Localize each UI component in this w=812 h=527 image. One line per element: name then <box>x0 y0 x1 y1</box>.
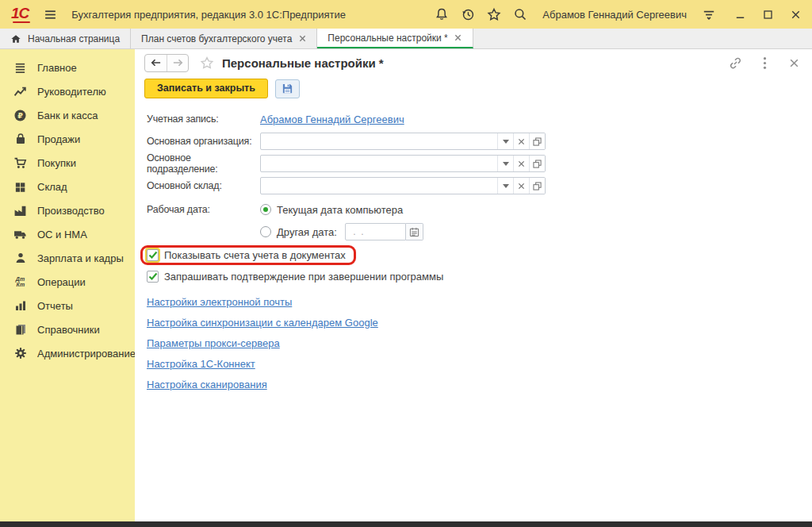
search-icon[interactable] <box>513 7 527 21</box>
main-department-field[interactable] <box>260 155 546 172</box>
tab-bar: Начальная страница План счетов бухгалтер… <box>0 29 812 49</box>
sidebar-item-label: Зарплата и кадры <box>37 252 124 264</box>
sidebar-item-directories[interactable]: Справочники <box>0 317 135 341</box>
clear-icon[interactable] <box>513 156 529 171</box>
main-organization-value[interactable] <box>261 133 497 149</box>
confirm-exit-checkbox-row[interactable]: Запрашивать подтверждение при завершении… <box>140 267 454 287</box>
sections-icon <box>13 61 27 75</box>
sidebar-item-fixed-assets[interactable]: ОС и НМА <box>0 222 135 246</box>
save-button[interactable] <box>275 79 300 98</box>
command-bar: Записать и закрыть <box>135 76 812 103</box>
sidebar-item-main[interactable]: Главное <box>0 56 135 79</box>
sidebar-item-salary-hr[interactable]: Зарплата и кадры <box>0 246 135 270</box>
tab-close-icon[interactable] <box>298 35 306 43</box>
main-department-value[interactable] <box>261 156 497 171</box>
radio-other-date-label: Другая дата: <box>277 226 345 238</box>
back-icon[interactable] <box>145 55 167 71</box>
clear-icon[interactable] <box>513 178 529 194</box>
favorite-star-icon[interactable] <box>200 56 214 70</box>
sidebar-item-label: Справочники <box>37 324 100 336</box>
main-menu-icon[interactable] <box>43 7 57 21</box>
person-icon <box>13 252 27 265</box>
window-controls <box>733 7 802 21</box>
link-icon[interactable] <box>728 56 742 70</box>
work-date-label: Рабочая дата: <box>147 204 260 215</box>
tab-home[interactable]: Начальная страница <box>0 29 131 48</box>
sidebar-item-sales[interactable]: Продажи <box>0 127 135 151</box>
show-accounts-checkbox-row[interactable]: Показывать счета учета в документах <box>140 245 356 265</box>
app-title: Бухгалтерия предприятия, редакция 3.0 1С… <box>71 9 346 21</box>
main-organization-label: Основная организация: <box>147 136 260 147</box>
minimize-icon[interactable] <box>733 7 747 21</box>
other-date-input[interactable] <box>345 223 406 240</box>
sidebar-item-label: Руководителю <box>37 86 106 98</box>
radio-current-date[interactable] <box>260 204 271 215</box>
tab-personal-settings[interactable]: Персональные настройки * <box>317 29 473 48</box>
open-icon[interactable] <box>529 178 545 194</box>
dropdown-icon[interactable] <box>497 133 513 149</box>
email-settings-link[interactable]: Настройки электронной почты <box>147 296 292 308</box>
close-form-icon[interactable] <box>787 56 801 70</box>
tab-label: Начальная страница <box>28 33 120 44</box>
proxy-settings-link[interactable]: Параметры прокси-сервера <box>147 337 280 349</box>
tab-chart-of-accounts[interactable]: План счетов бухгалтерского учета <box>131 29 317 48</box>
account-row: Учетная запись: Абрамов Геннадий Сергеев… <box>147 108 812 130</box>
tab-close-icon[interactable] <box>454 34 462 42</box>
sidebar-item-administration[interactable]: Администрирование <box>0 341 135 365</box>
account-link[interactable]: Абрамов Геннадий Сергеевич <box>260 113 404 125</box>
sidebar-item-manager[interactable]: Руководителю <box>0 79 135 103</box>
sidebar-item-reports[interactable]: Отчеты <box>0 294 135 317</box>
sidebar-item-label: Продажи <box>37 133 80 145</box>
dropdown-icon[interactable] <box>497 156 513 171</box>
sidebar-item-production[interactable]: Производство <box>0 198 135 222</box>
sidebar-item-warehouse[interactable]: Склад <box>0 175 135 198</box>
trend-icon <box>13 85 27 98</box>
section-sidebar: Главное Руководителю ₽ Банк и касса Прод… <box>0 49 135 521</box>
sidebar-item-bank-cash[interactable]: ₽ Банк и касса <box>0 103 135 127</box>
dropdown-icon[interactable] <box>497 178 513 194</box>
service-menu-icon[interactable] <box>702 7 716 21</box>
other-date-row: Другая дата: <box>147 221 812 243</box>
dtkt-icon: ДтКт <box>13 275 27 289</box>
main-warehouse-value[interactable] <box>261 178 497 194</box>
sidebar-item-purchases[interactable]: Покупки <box>0 151 135 175</box>
forward-icon[interactable] <box>167 55 188 71</box>
work-date-row: Рабочая дата: Текущая дата компьютера <box>147 198 812 221</box>
tab-label: План счетов бухгалтерского учета <box>141 33 292 44</box>
show-accounts-checkbox[interactable] <box>147 249 159 261</box>
cart-icon <box>13 156 27 170</box>
books-icon <box>13 323 27 337</box>
warehouse-icon <box>13 180 27 194</box>
save-and-close-button[interactable]: Записать и закрыть <box>144 79 268 98</box>
main-organization-field[interactable] <box>260 133 546 150</box>
sidebar-item-label: Производство <box>37 205 105 217</box>
main-warehouse-field[interactable] <box>260 177 546 194</box>
navigation-buttons <box>144 54 189 72</box>
form-header: Персональные настройки * <box>135 49 812 76</box>
sidebar-item-operations[interactable]: ДтКт Операции <box>0 270 135 294</box>
bag-icon <box>13 133 27 146</box>
main-organization-row: Основная организация: <box>147 130 812 152</box>
sidebar-item-label: Операции <box>37 276 86 288</box>
scan-settings-link[interactable]: Настройка сканирования <box>147 379 267 390</box>
account-label: Учетная запись: <box>147 113 260 125</box>
sidebar-item-label: Склад <box>37 181 67 193</box>
current-user[interactable]: Абрамов Геннадий Сергеевич <box>542 9 687 21</box>
open-icon[interactable] <box>529 156 545 171</box>
clear-icon[interactable] <box>513 133 529 149</box>
radio-other-date[interactable] <box>260 226 271 237</box>
sidebar-item-label: Главное <box>37 62 77 74</box>
close-window-icon[interactable] <box>788 7 802 21</box>
1c-connect-settings-link[interactable]: Настройка 1С-Коннект <box>147 358 255 370</box>
maximize-icon[interactable] <box>760 7 775 21</box>
show-accounts-checkbox-label: Показывать счета учета в документах <box>164 249 346 261</box>
confirm-exit-checkbox[interactable] <box>147 271 159 283</box>
favorites-star-icon[interactable] <box>487 7 501 21</box>
home-icon <box>10 33 21 44</box>
history-icon[interactable] <box>461 7 475 21</box>
calendar-icon[interactable] <box>406 223 423 240</box>
open-icon[interactable] <box>529 133 545 149</box>
more-icon[interactable] <box>757 56 772 70</box>
google-calendar-sync-link[interactable]: Настройка синхронизации с календарем Goo… <box>147 317 378 329</box>
notifications-bell-icon[interactable] <box>435 7 449 21</box>
